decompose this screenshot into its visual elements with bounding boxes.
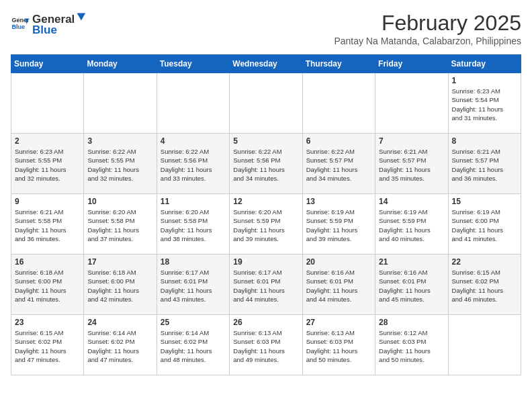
calendar-day: 1Sunrise: 6:23 AM Sunset: 5:54 PM Daylig… — [448, 73, 521, 134]
calendar-day: 22Sunrise: 6:15 AM Sunset: 6:02 PM Dayli… — [448, 255, 521, 315]
day-info: Sunrise: 6:21 AM Sunset: 5:57 PM Dayligh… — [452, 147, 517, 183]
day-info: Sunrise: 6:15 AM Sunset: 6:02 PM Dayligh… — [452, 268, 517, 304]
day-number: 8 — [452, 136, 517, 146]
calendar-day: 16Sunrise: 6:18 AM Sunset: 6:00 PM Dayli… — [11, 255, 84, 315]
day-number: 4 — [161, 136, 226, 146]
calendar-day: 19Sunrise: 6:17 AM Sunset: 6:01 PM Dayli… — [230, 255, 302, 315]
calendar-day: 26Sunrise: 6:13 AM Sunset: 6:03 PM Dayli… — [230, 315, 302, 375]
calendar-day: 12Sunrise: 6:20 AM Sunset: 5:59 PM Dayli… — [230, 194, 302, 255]
day-info: Sunrise: 6:19 AM Sunset: 6:00 PM Dayligh… — [452, 208, 517, 243]
day-number: 20 — [306, 257, 371, 267]
calendar-day: 17Sunrise: 6:18 AM Sunset: 6:00 PM Dayli… — [84, 255, 157, 315]
day-info: Sunrise: 6:16 AM Sunset: 6:01 PM Dayligh… — [306, 268, 371, 304]
calendar-day: 5Sunrise: 6:22 AM Sunset: 5:56 PM Daylig… — [230, 134, 302, 194]
calendar-day: 6Sunrise: 6:22 AM Sunset: 5:57 PM Daylig… — [302, 134, 375, 194]
calendar-day — [157, 73, 229, 134]
calendar-day: 25Sunrise: 6:14 AM Sunset: 6:02 PM Dayli… — [157, 315, 229, 375]
calendar-day: 24Sunrise: 6:14 AM Sunset: 6:02 PM Dayli… — [84, 315, 157, 375]
header-day-friday: Friday — [375, 55, 448, 73]
calendar-day — [11, 73, 84, 134]
day-number: 27 — [306, 318, 371, 327]
day-info: Sunrise: 6:22 AM Sunset: 5:57 PM Dayligh… — [306, 147, 371, 183]
calendar-day: 14Sunrise: 6:19 AM Sunset: 5:59 PM Dayli… — [375, 194, 448, 255]
calendar-day: 11Sunrise: 6:20 AM Sunset: 5:58 PM Dayli… — [157, 194, 229, 255]
day-info: Sunrise: 6:13 AM Sunset: 6:03 PM Dayligh… — [233, 328, 298, 364]
calendar-day — [302, 73, 375, 134]
day-number: 2 — [15, 136, 80, 146]
day-number: 17 — [87, 257, 152, 267]
day-info: Sunrise: 6:23 AM Sunset: 5:54 PM Dayligh… — [452, 87, 517, 122]
day-number: 9 — [15, 197, 80, 206]
day-number: 13 — [306, 197, 371, 206]
calendar-day — [448, 315, 521, 375]
calendar-week-1: 1Sunrise: 6:23 AM Sunset: 5:54 PM Daylig… — [11, 73, 521, 134]
calendar-day: 13Sunrise: 6:19 AM Sunset: 5:59 PM Dayli… — [302, 194, 375, 255]
day-number: 3 — [87, 136, 152, 146]
logo: General Blue General Blue — [11, 11, 87, 37]
header-day-thursday: Thursday — [302, 55, 375, 73]
location-subtitle: Pantay Na Matanda, Calabarzon, Philippin… — [334, 36, 521, 46]
day-info: Sunrise: 6:13 AM Sunset: 6:03 PM Dayligh… — [306, 328, 371, 364]
day-number: 6 — [306, 136, 371, 146]
day-number: 14 — [379, 197, 444, 206]
day-number: 19 — [233, 257, 298, 267]
day-info: Sunrise: 6:22 AM Sunset: 5:56 PM Dayligh… — [233, 147, 298, 183]
header-day-wednesday: Wednesday — [230, 55, 302, 73]
day-info: Sunrise: 6:22 AM Sunset: 5:56 PM Dayligh… — [161, 147, 226, 183]
day-info: Sunrise: 6:17 AM Sunset: 6:01 PM Dayligh… — [233, 268, 298, 304]
day-number: 25 — [161, 318, 226, 327]
calendar-day: 9Sunrise: 6:21 AM Sunset: 5:58 PM Daylig… — [11, 194, 84, 255]
page-header: General Blue General Blue February 2025 … — [11, 11, 521, 46]
day-number: 23 — [15, 318, 80, 327]
header-day-saturday: Saturday — [448, 55, 521, 73]
calendar-day: 28Sunrise: 6:12 AM Sunset: 6:03 PM Dayli… — [375, 315, 448, 375]
day-number: 28 — [379, 318, 444, 327]
calendar-day: 3Sunrise: 6:22 AM Sunset: 5:55 PM Daylig… — [84, 134, 157, 194]
day-number: 21 — [379, 257, 444, 267]
day-number: 15 — [452, 197, 517, 206]
calendar-day: 23Sunrise: 6:15 AM Sunset: 6:02 PM Dayli… — [11, 315, 84, 375]
header-day-sunday: Sunday — [11, 55, 84, 73]
calendar-header-row: SundayMondayTuesdayWednesdayThursdayFrid… — [11, 55, 521, 73]
logo-icon: General Blue — [11, 15, 30, 34]
day-info: Sunrise: 6:18 AM Sunset: 6:00 PM Dayligh… — [87, 268, 152, 304]
calendar-day: 2Sunrise: 6:23 AM Sunset: 5:55 PM Daylig… — [11, 134, 84, 194]
calendar-day: 18Sunrise: 6:17 AM Sunset: 6:01 PM Dayli… — [157, 255, 229, 315]
day-number: 7 — [379, 136, 444, 146]
calendar-day: 8Sunrise: 6:21 AM Sunset: 5:57 PM Daylig… — [448, 134, 521, 194]
day-info: Sunrise: 6:16 AM Sunset: 6:01 PM Dayligh… — [379, 268, 444, 304]
month-title: February 2025 — [334, 11, 521, 36]
day-info: Sunrise: 6:19 AM Sunset: 5:59 PM Dayligh… — [379, 208, 444, 243]
calendar-day: 4Sunrise: 6:22 AM Sunset: 5:56 PM Daylig… — [157, 134, 229, 194]
day-info: Sunrise: 6:12 AM Sunset: 6:03 PM Dayligh… — [379, 328, 444, 364]
day-info: Sunrise: 6:17 AM Sunset: 6:01 PM Dayligh… — [161, 268, 226, 304]
calendar-day — [375, 73, 448, 134]
day-info: Sunrise: 6:14 AM Sunset: 6:02 PM Dayligh… — [87, 328, 152, 364]
day-number: 11 — [161, 197, 226, 206]
logo-arrow-icon — [75, 11, 87, 23]
day-info: Sunrise: 6:20 AM Sunset: 5:58 PM Dayligh… — [87, 208, 152, 243]
svg-text:Blue: Blue — [11, 24, 25, 30]
day-number: 18 — [161, 257, 226, 267]
calendar-day: 27Sunrise: 6:13 AM Sunset: 6:03 PM Dayli… — [302, 315, 375, 375]
day-number: 12 — [233, 197, 298, 206]
calendar-table: SundayMondayTuesdayWednesdayThursdayFrid… — [11, 54, 521, 375]
day-info: Sunrise: 6:18 AM Sunset: 6:00 PM Dayligh… — [15, 268, 80, 304]
day-number: 1 — [452, 76, 517, 85]
calendar-day: 10Sunrise: 6:20 AM Sunset: 5:58 PM Dayli… — [84, 194, 157, 255]
calendar-day — [230, 73, 302, 134]
day-number: 5 — [233, 136, 298, 146]
day-info: Sunrise: 6:21 AM Sunset: 5:58 PM Dayligh… — [15, 208, 80, 243]
calendar-week-4: 16Sunrise: 6:18 AM Sunset: 6:00 PM Dayli… — [11, 255, 521, 315]
svg-marker-4 — [77, 13, 86, 21]
title-block: February 2025 Pantay Na Matanda, Calabar… — [334, 11, 521, 46]
calendar-day: 7Sunrise: 6:21 AM Sunset: 5:57 PM Daylig… — [375, 134, 448, 194]
calendar-day: 15Sunrise: 6:19 AM Sunset: 6:00 PM Dayli… — [448, 194, 521, 255]
calendar-week-2: 2Sunrise: 6:23 AM Sunset: 5:55 PM Daylig… — [11, 134, 521, 194]
header-day-tuesday: Tuesday — [157, 55, 229, 73]
calendar-day: 20Sunrise: 6:16 AM Sunset: 6:01 PM Dayli… — [302, 255, 375, 315]
day-info: Sunrise: 6:14 AM Sunset: 6:02 PM Dayligh… — [161, 328, 226, 364]
calendar-week-5: 23Sunrise: 6:15 AM Sunset: 6:02 PM Dayli… — [11, 315, 521, 375]
calendar-day — [84, 73, 157, 134]
calendar-week-3: 9Sunrise: 6:21 AM Sunset: 5:58 PM Daylig… — [11, 194, 521, 255]
